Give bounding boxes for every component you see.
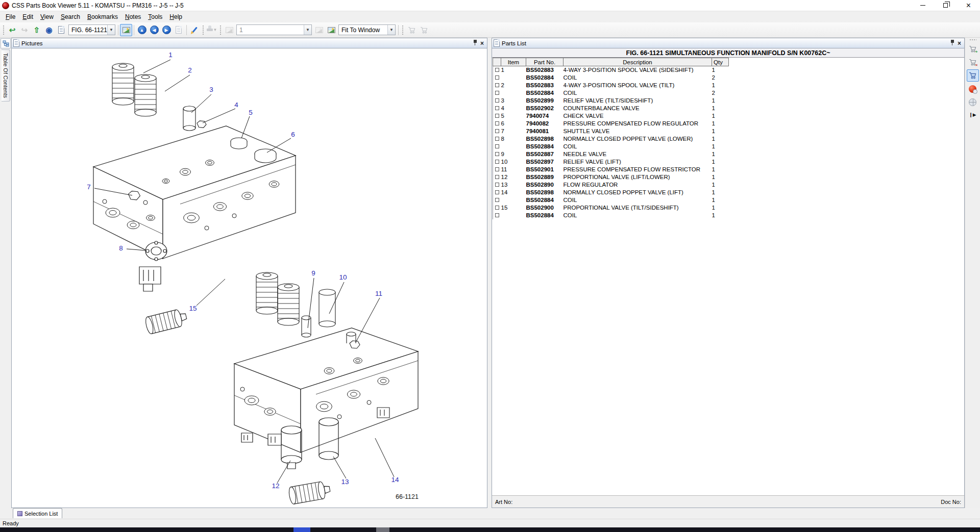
diagram-callout[interactable]: 8: [119, 244, 123, 252]
row-checkbox[interactable]: [495, 83, 499, 87]
restore-button[interactable]: [934, 0, 957, 11]
row-checkbox[interactable]: [495, 167, 499, 171]
diagram-callout[interactable]: 2: [188, 66, 192, 74]
table-of-contents-tab[interactable]: Table Of Contents: [2, 49, 10, 102]
row-checkbox[interactable]: [495, 190, 499, 194]
row-checkbox[interactable]: [495, 152, 499, 156]
web-search-button[interactable]: [967, 96, 979, 108]
cart-add-button[interactable]: +: [967, 43, 979, 55]
cart-remove-button[interactable]: ×: [967, 56, 979, 68]
selection-remove-button[interactable]: [418, 24, 430, 36]
figure-page-button[interactable]: [55, 24, 67, 36]
taskbar-app-indicator[interactable]: [293, 527, 310, 532]
header-item[interactable]: Item: [501, 58, 526, 66]
table-row[interactable]: BS502884COIL1: [493, 212, 729, 219]
row-checkbox[interactable]: [495, 183, 499, 187]
table-row[interactable]: 3BS502899RELIEF VALVE (TILT/SIDESHIFT)1: [493, 97, 729, 105]
table-row[interactable]: 8BS502898NORMALLY CLOSED POPPET VALVE (L…: [493, 135, 729, 143]
header-part-no[interactable]: Part No.: [526, 58, 564, 66]
table-row[interactable]: BS502884COIL1: [493, 196, 729, 204]
table-row[interactable]: BS502884COIL2: [493, 89, 729, 97]
selection-cart-button[interactable]: [967, 69, 979, 82]
table-row[interactable]: 15BS502900PROPORTIONAL VALVE (TILT/SIDES…: [493, 204, 729, 212]
close-button[interactable]: ×: [957, 0, 980, 11]
row-checkbox[interactable]: [495, 144, 499, 148]
row-checkbox[interactable]: [495, 206, 499, 210]
row-checkbox[interactable]: [495, 160, 499, 164]
diagram-callout[interactable]: 13: [341, 478, 349, 486]
thumbnail-button[interactable]: [223, 24, 235, 36]
menu-notes[interactable]: Notes: [121, 12, 144, 22]
table-row[interactable]: 2BS5028834-WAY 3-POSITION SPOOL VALVE (T…: [493, 82, 729, 89]
table-row[interactable]: 11BS502901PRESSURE COMPENSATED FLOW REST…: [493, 166, 729, 173]
toc-icon-button[interactable]: [1, 38, 11, 48]
print-button[interactable]: [173, 24, 185, 36]
taskbar-app-indicator[interactable]: [376, 527, 389, 532]
row-checkbox[interactable]: [495, 114, 499, 118]
zoom-combobox[interactable]: Fit To Window ▼: [338, 24, 396, 35]
diagram-callout[interactable]: 10: [339, 273, 347, 281]
minimize-button[interactable]: [911, 0, 934, 11]
diagram-callout[interactable]: 4: [234, 101, 238, 109]
diagram-callout[interactable]: 9: [311, 269, 315, 277]
table-row[interactable]: 1BS5028834-WAY 3-POSITION SPOOL VALVE (S…: [493, 66, 729, 74]
selection-list-tab[interactable]: Selection List: [13, 508, 62, 518]
row-checkbox[interactable]: [495, 213, 499, 217]
menu-help[interactable]: Help: [166, 12, 186, 22]
table-row[interactable]: BS502884COIL2: [493, 74, 729, 82]
show-pictures-toggle[interactable]: [120, 24, 132, 36]
diagram-callout[interactable]: 6: [291, 131, 295, 138]
menu-tools[interactable]: Tools: [144, 12, 166, 22]
table-row[interactable]: 10BS502897RELIEF VALVE (LIFT)1: [493, 158, 729, 166]
header-description[interactable]: Description: [564, 58, 712, 66]
pin-button[interactable]: [950, 40, 954, 47]
row-checkbox[interactable]: [495, 198, 499, 202]
diagram-callout[interactable]: 3: [209, 86, 213, 93]
row-checkbox[interactable]: [495, 75, 499, 80]
diagram-callout[interactable]: 11: [375, 290, 382, 297]
diagram-viewport[interactable]: 123456789101112131415 66-1121: [12, 48, 487, 508]
menu-file[interactable]: File: [2, 12, 19, 22]
table-row[interactable]: 9BS502887NEEDLE VALVE1: [493, 150, 729, 158]
parent-figure-button[interactable]: ▲: [136, 24, 148, 36]
table-row[interactable]: 4BS502902COUNTERBALANCE VALVE1: [493, 105, 729, 112]
stamp-button[interactable]: ▼: [206, 24, 218, 36]
row-checkbox[interactable]: [495, 68, 499, 72]
row-checkbox[interactable]: [495, 121, 499, 125]
header-qty[interactable]: Qty: [712, 58, 729, 66]
menu-edit[interactable]: Edit: [19, 12, 37, 22]
diagram-callout[interactable]: 12: [272, 482, 279, 490]
info-search-button[interactable]: [967, 83, 979, 95]
pin-button[interactable]: [473, 40, 477, 47]
annotate-button[interactable]: [188, 24, 201, 36]
forward-button[interactable]: ↪: [18, 24, 31, 36]
next-figure-button[interactable]: ▶: [160, 24, 173, 36]
toolbar-overflow-button[interactable]: ❙▶: [969, 112, 976, 117]
row-checkbox[interactable]: [495, 106, 499, 110]
row-checkbox[interactable]: [495, 91, 499, 95]
menu-view[interactable]: View: [37, 12, 57, 22]
os-taskbar[interactable]: [0, 527, 980, 532]
back-button[interactable]: ↩: [6, 24, 18, 36]
panel-splitter[interactable]: [487, 38, 492, 508]
row-checkbox[interactable]: [495, 129, 499, 133]
up-button[interactable]: ⇧: [31, 24, 43, 36]
diagram-callout[interactable]: 7: [87, 183, 91, 191]
page-number-combobox[interactable]: 1 ▼: [236, 24, 312, 35]
selection-add-button[interactable]: [405, 24, 418, 36]
diagram-callout[interactable]: 15: [189, 305, 197, 312]
table-row[interactable]: 57940074CHECK VALVE1: [493, 112, 729, 120]
row-checkbox[interactable]: [495, 175, 499, 179]
table-row[interactable]: 14BS502898NORMALLY CLOSED POPPET VALVE (…: [493, 189, 729, 196]
table-row[interactable]: 77940081SHUTTLE VALVE1: [493, 128, 729, 135]
menu-search[interactable]: Search: [57, 12, 84, 22]
zoom-out-button[interactable]: [313, 24, 325, 36]
table-row[interactable]: 12BS502889PROPORTIONAL VALVE (LIFT/LOWER…: [493, 173, 729, 181]
table-row[interactable]: 67940082PRESSURE COMPENSATED FLOW REGULA…: [493, 120, 729, 128]
table-row[interactable]: 13BS502890FLOW REGULATOR1: [493, 181, 729, 189]
zoom-fit-button[interactable]: [325, 24, 337, 36]
home-button[interactable]: ◉: [43, 24, 55, 36]
menu-bookmarks[interactable]: Bookmarks: [84, 12, 121, 22]
row-checkbox[interactable]: [495, 98, 499, 103]
table-row[interactable]: BS502884COIL1: [493, 143, 729, 150]
